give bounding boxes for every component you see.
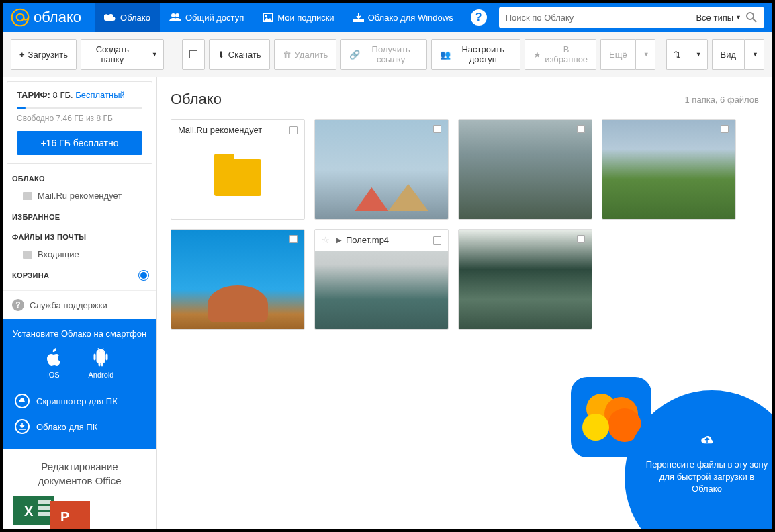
section-mail-files[interactable]: ФАЙЛЫ ИЗ ПОЧТЫ: [12, 233, 147, 241]
tile-video[interactable]: ☆▶Полет.mp4: [314, 229, 449, 330]
nav-subscriptions[interactable]: Мои подписки: [253, 3, 343, 32]
nav-cloud[interactable]: Облако: [95, 3, 160, 32]
logo[interactable]: облако: [11, 8, 81, 27]
download-icon: [15, 419, 30, 434]
section-favorites[interactable]: ИЗБРАННОЕ: [12, 213, 147, 221]
download-button[interactable]: ⬇Скачать: [209, 39, 270, 70]
folder-icon: [214, 159, 261, 196]
view-button[interactable]: Вид: [712, 39, 745, 70]
image-icon: [263, 13, 273, 22]
more-dropdown: ▼: [635, 39, 655, 70]
favorites-button: ★В избранное: [525, 39, 596, 70]
sort-dropdown[interactable]: ▼: [688, 39, 708, 70]
search-input[interactable]: [506, 13, 692, 23]
search-bar: Все типы▼: [499, 7, 764, 28]
tariff-info: ТАРИФ: 8 ГБ. Бесплатный: [17, 90, 142, 100]
create-dropdown[interactable]: ▼: [144, 39, 164, 70]
sidebar-folder-recommended[interactable]: Mail.Ru рекомендует: [12, 187, 147, 205]
upload-button[interactable]: +Загрузить: [11, 39, 77, 70]
tile-name: ☆▶Полет.mp4: [322, 235, 389, 245]
view-dropdown[interactable]: ▼: [744, 39, 764, 70]
smartphone-promo-title: Установите Облако на смартфон: [12, 328, 147, 339]
logo-text: облако: [34, 9, 81, 26]
section-trash[interactable]: КОРЗИНА: [12, 271, 147, 279]
upload-cloud-icon: [698, 433, 717, 452]
sidebar-folder-inbox[interactable]: Входящие: [12, 245, 147, 263]
tile-image[interactable]: [602, 119, 736, 220]
powerpoint-icon: P: [50, 501, 90, 529]
trash-icon: 🗑: [283, 50, 291, 60]
section-cloud[interactable]: ОБЛАКО: [12, 175, 147, 183]
dropzone-text: Перенесите файлы в эту зону для быстрой …: [645, 459, 769, 496]
tariff-free-link[interactable]: Бесплатный: [75, 90, 125, 100]
play-icon: ▶: [336, 236, 342, 244]
star-icon: ★: [533, 50, 541, 60]
tile-checkbox[interactable]: [721, 125, 729, 133]
sort-button[interactable]: ⇅: [666, 39, 688, 70]
screenshoter-link[interactable]: Скриншотер для ПК: [12, 388, 147, 414]
star-icon[interactable]: ☆: [322, 235, 330, 245]
search-icon[interactable]: [745, 11, 758, 24]
tile-checkbox[interactable]: [433, 125, 441, 133]
cloud-icon: [104, 13, 116, 22]
sort-icon: ⇅: [674, 50, 681, 60]
nav-windows[interactable]: Облако для Windows: [344, 3, 463, 32]
svg-rect-13: [38, 512, 51, 516]
ios-app-link[interactable]: iOS: [46, 348, 62, 379]
download-icon: [353, 13, 364, 22]
tile-checkbox[interactable]: [577, 235, 585, 243]
svg-point-0: [12, 9, 29, 26]
tile-image[interactable]: [171, 229, 305, 330]
excel-icon: X: [13, 496, 54, 525]
support-link[interactable]: ? Служба поддержки: [3, 290, 156, 319]
page-title: Облако: [171, 91, 222, 108]
promo-button[interactable]: +16 ГБ бесплатно: [17, 131, 142, 155]
storage-quota-text: Свободно 7.46 ГБ из 8 ГБ: [17, 114, 142, 123]
svg-rect-12: [38, 506, 51, 510]
more-button: Ещё: [600, 39, 635, 70]
search-types-dropdown[interactable]: Все типы▼: [696, 13, 741, 23]
people-icon: 👥: [440, 50, 451, 60]
tile-checkbox[interactable]: [577, 125, 585, 133]
tile-folder[interactable]: Mail.Ru рекомендует: [171, 119, 305, 220]
download-icon: ⬇: [218, 50, 225, 60]
tile-image[interactable]: [314, 119, 449, 220]
trash-indicator: [140, 272, 147, 279]
create-folder-button[interactable]: Создать папку: [81, 39, 144, 70]
people-icon: [169, 13, 181, 22]
help-button[interactable]: ?: [471, 9, 487, 26]
delete-button: 🗑Удалить: [274, 39, 337, 70]
at-icon: [11, 8, 30, 27]
tile-image[interactable]: [458, 229, 592, 330]
question-icon: ?: [12, 299, 24, 311]
svg-line-8: [753, 19, 756, 22]
tile-name: Mail.Ru рекомендует: [178, 125, 262, 135]
svg-point-7: [747, 13, 754, 19]
link-icon: 🔗: [349, 50, 360, 60]
tile-checkbox[interactable]: [433, 236, 441, 245]
cloud-icon: [15, 394, 30, 408]
svg-point-6: [265, 15, 267, 17]
svg-rect-11: [38, 500, 51, 504]
nav-share[interactable]: Общий доступ: [160, 3, 253, 32]
select-all-checkbox[interactable]: [182, 39, 205, 70]
apple-icon: [46, 348, 62, 367]
folder-icon: [23, 192, 32, 200]
get-link-button: 🔗Получить ссылку: [340, 39, 427, 70]
android-app-link[interactable]: Android: [89, 348, 114, 379]
office-promo[interactable]: Редактирование документов Office X P: [3, 449, 156, 529]
svg-rect-14: [50, 501, 90, 529]
tile-checkbox[interactable]: [289, 235, 298, 243]
storage-progress: [17, 107, 142, 109]
android-icon: [93, 348, 109, 367]
tile-image[interactable]: [458, 119, 592, 220]
folder-icon: [23, 251, 32, 259]
svg-point-3: [175, 13, 179, 17]
svg-text:X: X: [24, 504, 34, 519]
cloud-logo-icon: [581, 394, 641, 441]
svg-text:P: P: [60, 509, 69, 524]
cloud-pc-link[interactable]: Облако для ПК: [12, 414, 147, 439]
tile-checkbox[interactable]: [289, 126, 298, 134]
configure-access-button[interactable]: 👥Настроить доступ: [431, 39, 520, 70]
svg-point-1: [17, 14, 24, 21]
